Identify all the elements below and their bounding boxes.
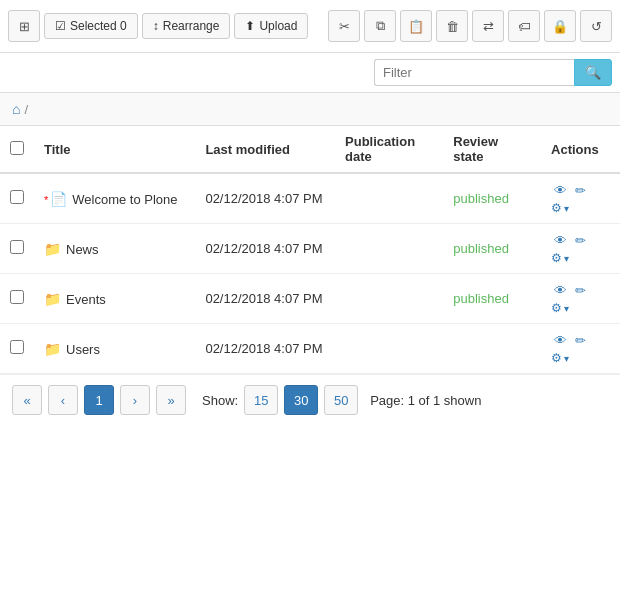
- filter-input[interactable]: [374, 59, 574, 86]
- view-button[interactable]: 👁: [551, 282, 570, 299]
- lock-icon: 🔒: [552, 19, 568, 34]
- edit-button[interactable]: ✏: [572, 232, 589, 249]
- cell-pubdate: [335, 224, 443, 274]
- show-30-button[interactable]: 30: [284, 385, 318, 415]
- grid-view-button[interactable]: ⊞: [8, 10, 40, 42]
- pagination-bar: « ‹ 1 › » Show: 15 30 50 Page: 1 of 1 sh…: [0, 374, 620, 425]
- item-title-text: Welcome to Plone: [72, 192, 177, 207]
- select-all-checkbox[interactable]: [10, 141, 24, 155]
- row-checkbox-3[interactable]: [10, 340, 24, 354]
- page-prev-button[interactable]: ‹: [48, 385, 78, 415]
- caret-dropdown-button[interactable]: ▾: [564, 203, 569, 214]
- caret-dropdown-button[interactable]: ▾: [564, 253, 569, 264]
- table-row: 📁Users02/12/2018 4:07 PM 👁 ✏ ⚙ ▾: [0, 324, 620, 374]
- refresh-button[interactable]: ↺: [580, 10, 612, 42]
- cell-review-state: published: [443, 274, 541, 324]
- table-header-row: Title Last modified Publication date Rev…: [0, 126, 620, 173]
- copy-icon: ⧉: [376, 18, 385, 34]
- page-1-button[interactable]: 1: [84, 385, 114, 415]
- upload-icon: ⬆: [245, 19, 255, 33]
- filter-search-button[interactable]: 🔍: [574, 59, 612, 86]
- view-button[interactable]: 👁: [551, 232, 570, 249]
- gear-dropdown-button[interactable]: ⚙: [551, 251, 562, 265]
- actions-group: 👁 ✏ ⚙ ▾: [551, 332, 610, 365]
- cell-modified: 02/12/2018 4:07 PM: [195, 173, 335, 224]
- col-header-modified: Last modified: [195, 126, 335, 173]
- tag-button[interactable]: 🏷: [508, 10, 540, 42]
- col-header-actions: Actions: [541, 126, 620, 173]
- search-icon: 🔍: [585, 65, 601, 80]
- cell-pubdate: [335, 173, 443, 224]
- cell-title: 📁News: [34, 224, 195, 274]
- rearrange-label: Rearrange: [163, 19, 220, 33]
- table-row: 📁Events02/12/2018 4:07 PMpublished 👁 ✏ ⚙…: [0, 274, 620, 324]
- item-title-text: Events: [66, 292, 106, 307]
- actions-row-bottom: ⚙ ▾: [551, 301, 610, 315]
- table-row: *📄Welcome to Plone02/12/2018 4:07 PMpubl…: [0, 173, 620, 224]
- item-folder-icon: 📁: [44, 291, 61, 307]
- page-last-button[interactable]: »: [156, 385, 186, 415]
- col-header-review: Review state: [443, 126, 541, 173]
- paste-icon: 📋: [408, 19, 424, 34]
- col-header-title: Title: [34, 126, 195, 173]
- col-header-check: [0, 126, 34, 173]
- show-15-button[interactable]: 15: [244, 385, 278, 415]
- edit-button[interactable]: ✏: [572, 282, 589, 299]
- gear-dropdown-button[interactable]: ⚙: [551, 201, 562, 215]
- view-button[interactable]: 👁: [551, 332, 570, 349]
- cut-button[interactable]: ✂: [328, 10, 360, 42]
- actions-row-top: 👁 ✏: [551, 182, 610, 199]
- selected-button[interactable]: ☑ Selected 0: [44, 13, 138, 39]
- show-50-button[interactable]: 50: [324, 385, 358, 415]
- cell-modified: 02/12/2018 4:07 PM: [195, 324, 335, 374]
- delete-icon: 🗑: [446, 19, 459, 34]
- filter-area: 🔍: [0, 53, 620, 93]
- breadcrumb-home-link[interactable]: ⌂: [12, 101, 20, 117]
- breadcrumb-separator: /: [24, 102, 28, 117]
- row-checkbox-2[interactable]: [10, 290, 24, 304]
- table-row: 📁News02/12/2018 4:07 PMpublished 👁 ✏ ⚙ ▾: [0, 224, 620, 274]
- content-table-wrapper: Title Last modified Publication date Rev…: [0, 126, 620, 374]
- copy-button[interactable]: ⧉: [364, 10, 396, 42]
- cell-review-state: [443, 324, 541, 374]
- cell-title: *📄Welcome to Plone: [34, 173, 195, 224]
- actions-group: 👁 ✏ ⚙ ▾: [551, 282, 610, 315]
- cell-pubdate: [335, 324, 443, 374]
- item-folder-icon: 📁: [44, 341, 61, 357]
- edit-button[interactable]: ✏: [572, 332, 589, 349]
- cell-actions: 👁 ✏ ⚙ ▾: [541, 274, 620, 324]
- caret-dropdown-button[interactable]: ▾: [564, 303, 569, 314]
- row-checkbox-1[interactable]: [10, 240, 24, 254]
- row-checkbox-0[interactable]: [10, 190, 24, 204]
- tag-icon: 🏷: [518, 19, 531, 34]
- gear-dropdown-button[interactable]: ⚙: [551, 351, 562, 365]
- checkbox-icon: ☑: [55, 19, 66, 33]
- cell-modified: 02/12/2018 4:07 PM: [195, 274, 335, 324]
- col-header-pubdate: Publication date: [335, 126, 443, 173]
- edit-button[interactable]: ✏: [572, 182, 589, 199]
- item-folder-icon: 📄: [50, 191, 67, 207]
- shuffle-button[interactable]: ⇄: [472, 10, 504, 42]
- caret-dropdown-button[interactable]: ▾: [564, 353, 569, 364]
- view-button[interactable]: 👁: [551, 182, 570, 199]
- actions-row-bottom: ⚙ ▾: [551, 251, 610, 265]
- page-first-button[interactable]: «: [12, 385, 42, 415]
- rearrange-icon: ↕: [153, 19, 159, 33]
- delete-button[interactable]: 🗑: [436, 10, 468, 42]
- cell-review-state: published: [443, 173, 541, 224]
- page-next-button[interactable]: ›: [120, 385, 150, 415]
- review-badge: published: [453, 241, 509, 256]
- upload-button[interactable]: ⬆ Upload: [234, 13, 308, 39]
- cut-icon: ✂: [339, 19, 350, 34]
- cell-actions: 👁 ✏ ⚙ ▾: [541, 173, 620, 224]
- rearrange-button[interactable]: ↕ Rearrange: [142, 13, 231, 39]
- cell-title: 📁Events: [34, 274, 195, 324]
- item-folder-icon: 📁: [44, 241, 61, 257]
- cell-title: 📁Users: [34, 324, 195, 374]
- grid-icon: ⊞: [19, 19, 30, 34]
- lock-button[interactable]: 🔒: [544, 10, 576, 42]
- gear-dropdown-button[interactable]: ⚙: [551, 301, 562, 315]
- cell-modified: 02/12/2018 4:07 PM: [195, 224, 335, 274]
- selected-label: Selected 0: [70, 19, 127, 33]
- paste-button[interactable]: 📋: [400, 10, 432, 42]
